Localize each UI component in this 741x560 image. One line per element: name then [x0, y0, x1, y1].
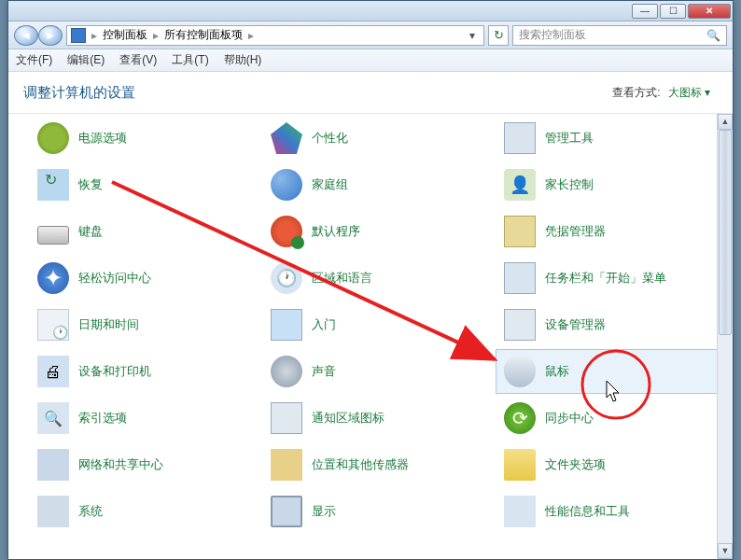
- location-sensors-icon: [271, 449, 302, 481]
- menu-view[interactable]: 查看(V): [119, 52, 157, 68]
- view-by-label: 查看方式:: [612, 85, 660, 101]
- content-area: 电源选项个性化管理工具恢复家庭组家长控制键盘默认程序凭据管理器轻松访问中心区域和…: [8, 113, 733, 559]
- item-sync-center[interactable]: 同步中心: [496, 396, 729, 441]
- item-credential-manager[interactable]: 凭据管理器: [496, 209, 729, 254]
- devices-printers-icon: [37, 356, 69, 387]
- item-label: 文件夹选项: [545, 456, 606, 473]
- item-indexing-options[interactable]: 索引选项: [29, 396, 262, 441]
- system-icon: [37, 496, 69, 527]
- scroll-thumb[interactable]: [719, 130, 732, 335]
- item-sound[interactable]: 声音: [262, 349, 496, 394]
- breadcrumb-sep: ▸: [91, 29, 97, 42]
- breadcrumb[interactable]: ▸ 控制面板 ▸ 所有控制面板项 ▸ ▾: [66, 25, 484, 46]
- minimize-button[interactable]: —: [632, 4, 658, 19]
- close-button[interactable]: ✕: [688, 4, 731, 19]
- item-label: 鼠标: [545, 363, 569, 380]
- view-by: 查看方式: 大图标 ▾: [612, 85, 710, 101]
- item-performance-tools[interactable]: 性能信息和工具: [496, 489, 729, 534]
- item-label: 电源选项: [78, 130, 127, 147]
- address-dropdown-icon[interactable]: ▾: [465, 29, 480, 42]
- scrollbar[interactable]: ▲ ▼: [717, 114, 733, 559]
- item-network-sharing[interactable]: 网络和共享中心: [29, 442, 262, 487]
- breadcrumb-segment[interactable]: 所有控制面板项: [164, 27, 243, 43]
- item-devices-printers[interactable]: 设备和打印机: [29, 349, 262, 394]
- getting-started-icon: [271, 309, 302, 341]
- item-admin-tools[interactable]: 管理工具: [496, 116, 729, 161]
- item-label: 个性化: [312, 130, 348, 147]
- item-label: 声音: [312, 363, 336, 380]
- menu-tools[interactable]: 工具(T): [172, 52, 208, 68]
- notification-icons-icon: [271, 402, 302, 434]
- content-header: 调整计算机的设置 查看方式: 大图标 ▾: [8, 72, 733, 113]
- item-label: 通知区域图标: [312, 410, 384, 427]
- page-title: 调整计算机的设置: [23, 84, 135, 102]
- homegroup-icon: [271, 169, 302, 201]
- item-label: 设备和打印机: [78, 363, 151, 380]
- network-sharing-icon: [37, 449, 69, 481]
- chevron-down-icon: ▾: [705, 86, 710, 99]
- item-device-manager[interactable]: 设备管理器: [496, 302, 729, 347]
- back-button[interactable]: ◄: [14, 25, 38, 46]
- item-label: 键盘: [78, 223, 103, 240]
- item-label: 显示: [312, 503, 336, 520]
- item-label: 区域和语言: [312, 270, 372, 287]
- menu-edit[interactable]: 编辑(E): [67, 52, 105, 68]
- search-input[interactable]: 搜索控制面板 🔍: [512, 25, 727, 46]
- item-homegroup[interactable]: 家庭组: [262, 162, 496, 207]
- item-label: 性能信息和工具: [545, 503, 630, 520]
- scroll-up-button[interactable]: ▲: [718, 114, 733, 130]
- menu-file[interactable]: 文件(F): [16, 52, 52, 68]
- item-label: 任务栏和「开始」菜单: [545, 270, 666, 287]
- item-notification-icons[interactable]: 通知区域图标: [262, 396, 496, 441]
- mouse-icon: [504, 356, 536, 387]
- breadcrumb-sep: ▸: [248, 29, 254, 42]
- menubar: 文件(F) 编辑(E) 查看(V) 工具(T) 帮助(H): [8, 49, 733, 72]
- items-grid: 电源选项个性化管理工具恢复家庭组家长控制键盘默认程序凭据管理器轻松访问中心区域和…: [8, 114, 733, 534]
- maximize-button[interactable]: ☐: [660, 4, 686, 19]
- refresh-button[interactable]: ↻: [488, 25, 509, 46]
- item-label: 家庭组: [312, 176, 348, 193]
- breadcrumb-segment[interactable]: 控制面板: [103, 27, 147, 43]
- titlebar: — ☐ ✕: [8, 1, 733, 21]
- control-panel-icon: [71, 28, 86, 43]
- item-label: 默认程序: [312, 223, 360, 240]
- item-label: 恢复: [78, 176, 103, 193]
- address-bar: ◄ ► ▸ 控制面板 ▸ 所有控制面板项 ▸ ▾ ↻ 搜索控制面板 🔍: [8, 21, 733, 49]
- item-personalization[interactable]: 个性化: [262, 116, 496, 161]
- view-by-dropdown[interactable]: 大图标 ▾: [668, 85, 710, 101]
- performance-tools-icon: [504, 496, 536, 527]
- admin-tools-icon: [504, 122, 536, 154]
- ease-of-access-icon: [37, 262, 69, 294]
- item-label: 凭据管理器: [545, 223, 606, 240]
- item-default-programs[interactable]: 默认程序: [262, 209, 496, 254]
- item-label: 入门: [312, 316, 336, 333]
- item-keyboard[interactable]: 键盘: [29, 209, 262, 254]
- region-language-icon: [271, 262, 302, 294]
- default-programs-icon: [271, 216, 302, 247]
- nav-buttons: ◄ ►: [14, 25, 63, 46]
- item-label: 管理工具: [545, 130, 594, 147]
- item-parental-controls[interactable]: 家长控制: [496, 162, 729, 207]
- item-mouse[interactable]: 鼠标: [496, 349, 729, 394]
- item-power-options[interactable]: 电源选项: [29, 116, 262, 161]
- scroll-down-button[interactable]: ▼: [718, 543, 733, 559]
- item-recovery[interactable]: 恢复: [29, 162, 262, 207]
- item-region-language[interactable]: 区域和语言: [262, 256, 496, 301]
- sync-center-icon: [504, 402, 536, 434]
- item-taskbar-start[interactable]: 任务栏和「开始」菜单: [496, 256, 729, 301]
- date-time-icon: [37, 309, 69, 341]
- item-display[interactable]: 显示: [262, 489, 496, 534]
- item-system[interactable]: 系统: [29, 489, 262, 534]
- item-label: 同步中心: [545, 410, 594, 427]
- item-getting-started[interactable]: 入门: [262, 302, 496, 347]
- view-by-value: 大图标: [668, 86, 702, 99]
- item-date-time[interactable]: 日期和时间: [29, 302, 262, 347]
- taskbar-start-icon: [504, 262, 536, 294]
- recovery-icon: [37, 169, 69, 201]
- item-location-sensors[interactable]: 位置和其他传感器: [262, 442, 496, 487]
- forward-button[interactable]: ►: [38, 25, 63, 46]
- item-folder-options[interactable]: 文件夹选项: [496, 442, 729, 487]
- menu-help[interactable]: 帮助(H): [224, 52, 262, 68]
- display-icon: [271, 496, 302, 527]
- item-ease-of-access[interactable]: 轻松访问中心: [29, 256, 262, 301]
